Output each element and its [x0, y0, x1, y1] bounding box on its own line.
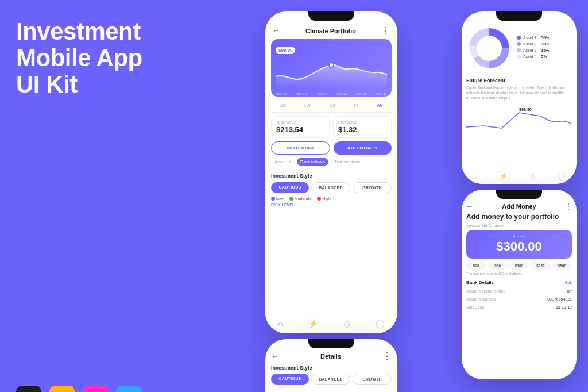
tr-phone-notch — [496, 11, 542, 21]
forecast-title: Future Forecast — [466, 78, 572, 83]
risk-moderate: Moderate — [289, 197, 312, 201]
style-buttons: CAUTIOUS BALANCED GROWTH — [271, 182, 392, 193]
bank-holder-row: Account Holder Name Ror — [462, 287, 577, 295]
legend-dot-1 — [517, 36, 521, 40]
nav-clock[interactable]: ◷ — [343, 319, 350, 328]
forecast-svg: $98.90 — [466, 104, 572, 133]
quick-50[interactable]: $50 — [488, 262, 507, 270]
xd-icon: Xd — [83, 386, 108, 392]
tr-bottom-nav: ⌂ ⚡ ◷ ◯ — [462, 168, 577, 184]
legend-asset1: Asset 1 50% — [517, 36, 572, 40]
details-content: Investment Style CAUTIOUS BALANCED GROWT… — [265, 364, 397, 391]
bottom-nav: ⌂ ⚡ ◷ ◯ — [265, 313, 397, 333]
donut-chart — [466, 25, 512, 71]
add-money-button[interactable]: ADD MONEY — [334, 141, 392, 155]
quick-100[interactable]: $100 — [509, 262, 529, 270]
br-notch — [496, 190, 542, 199]
tr-nav-chart[interactable]: ⚡ — [500, 172, 508, 180]
filter-1w[interactable]: 1W — [301, 102, 313, 109]
tr-nav-profile[interactable]: ◯ — [558, 172, 565, 180]
bc-style-balanced[interactable]: BALANCED — [311, 374, 350, 385]
legend-asset2: Asset 2 30% — [517, 42, 572, 46]
legend-asset4: Asset 4 5% — [517, 55, 572, 59]
chart-svg — [276, 56, 387, 88]
style-growth[interactable]: GROWTH — [353, 182, 392, 193]
bank-number-row: Account Number 09876654321 — [462, 295, 577, 303]
tool-icons: Xd Ps — [16, 386, 165, 392]
tab-breakdown[interactable]: Breakdown — [297, 158, 328, 166]
bc-notch — [308, 339, 354, 348]
bc-back-arrow[interactable]: ← — [271, 352, 279, 361]
tr-nav-clock[interactable]: ◷ — [530, 172, 536, 180]
total-value-label: Total Value — [276, 120, 324, 124]
back-arrow[interactable]: ← — [272, 26, 280, 35]
phone-header: ← Climate Portfolio ⋮ — [271, 21, 392, 39]
risk-indicators: Low Moderate High — [271, 197, 392, 201]
filter-1d[interactable]: 1D — [278, 102, 288, 109]
br-back-arrow[interactable]: ← — [466, 202, 473, 210]
bc-phone-header: ← Details ⋮ — [265, 348, 397, 364]
nav-profile[interactable]: ◯ — [376, 319, 385, 328]
bc-style-cautious[interactable]: CAUTIOUS — [271, 374, 309, 385]
filter-all[interactable]: All — [374, 102, 385, 109]
svg-point-5 — [329, 63, 334, 67]
donut-svg — [466, 25, 512, 71]
time-filters: 1D 1W 1M 1Y All — [271, 99, 392, 113]
tr-nav-home[interactable]: ⌂ — [473, 173, 477, 180]
tab-account[interactable]: Account — [271, 158, 295, 166]
bank-details-header: Bank Details Edit — [462, 278, 577, 287]
investment-amount-label: Investment Ammout — [462, 223, 577, 230]
forecast-section: Future Forecast Donec tincidunt tempor n… — [462, 74, 577, 139]
quick-250[interactable]: $250 — [531, 262, 550, 270]
details-style-title: Investment Style — [271, 365, 392, 371]
amount-label-small: Amount — [471, 235, 567, 238]
profit-loss-value: $1.32 — [338, 125, 386, 134]
figma-icon — [16, 386, 41, 392]
filter-1m[interactable]: 1M — [327, 102, 338, 109]
chart-area: $98.90 Nov 12 Nov 13 Nov 14 Nov 15 Nov 1… — [271, 39, 392, 97]
nav-home[interactable]: ⌂ — [278, 319, 283, 328]
profit-loss-card: Profit/Loss $1.32 — [333, 116, 392, 138]
app-title: Investment Mobile App UI Kit — [16, 18, 165, 98]
amount-big: $300.00 — [471, 239, 567, 254]
menu-dots[interactable]: ⋮ — [381, 25, 390, 36]
ps-icon: Ps — [116, 386, 141, 392]
tab-transactions[interactable]: Transactions — [331, 158, 364, 166]
svg-text:$98.90: $98.90 — [519, 107, 532, 112]
tabs-row: Account Breakdown Transactions — [271, 158, 392, 168]
risk-low-dot — [271, 197, 275, 201]
quick-500[interactable]: $500 — [552, 262, 572, 270]
phone-notch — [308, 11, 354, 21]
style-balanced[interactable]: BALANCED — [311, 182, 350, 193]
bc-menu-dots[interactable]: ⋮ — [382, 351, 392, 362]
main-phone-title: Climate Portfolio — [304, 24, 357, 37]
filter-1y[interactable]: 1Y — [351, 102, 361, 109]
legend-asset3: Asset 3 15% — [517, 48, 572, 52]
sketch-icon — [49, 386, 75, 392]
bank-sort-row: Sort Code 12-12-12 — [462, 303, 577, 311]
nav-chart[interactable]: ⚡ — [308, 319, 318, 328]
risk-moderate-dot — [289, 197, 293, 201]
phone-screen: ← Climate Portfolio ⋮ $98.90 Nov 12 Nov … — [265, 21, 397, 333]
chart-price-bubble: $98.90 — [276, 47, 295, 54]
legend-dot-3 — [517, 48, 521, 52]
left-section: Investment Mobile App UI Kit Xd Ps — [16, 18, 165, 392]
quick-20[interactable]: $20 — [466, 262, 486, 270]
total-value: $213.54 — [276, 125, 324, 134]
br-menu-dots[interactable]: ⋮ — [565, 202, 572, 210]
style-cautious[interactable]: CAUTIOUS — [271, 182, 309, 193]
donut-legend: Asset 1 50% Asset 2 30% Asset 3 15% Asse… — [517, 36, 572, 61]
quick-amounts: $20 $50 $100 $250 $500 — [462, 262, 577, 272]
amount-card: Amount $300.00 — [466, 230, 572, 259]
bc-style-growth[interactable]: GROWTH — [353, 374, 392, 385]
forecast-text: Donec tincidunt tempor nulla ac dignissi… — [466, 85, 572, 101]
chart-dates: Nov 12 Nov 13 Nov 14 Nov 15 Nov 16 Nov 1… — [276, 92, 387, 95]
legend-dot-2 — [517, 42, 521, 46]
bottom-right-phone: ← Add Money ⋮ Add money to your portfoli… — [462, 190, 577, 379]
total-value-card: Total Value $213.54 — [271, 116, 330, 138]
bottom-center-phone: ← Details ⋮ Investment Style CAUTIOUS BA… — [265, 339, 397, 392]
amount-note: The amount must be $20 and above. — [462, 272, 577, 278]
withdraw-button[interactable]: WITHDRAW — [271, 141, 330, 155]
add-money-title: Add Money — [473, 203, 565, 210]
bank-edit[interactable]: Edit — [565, 280, 572, 285]
